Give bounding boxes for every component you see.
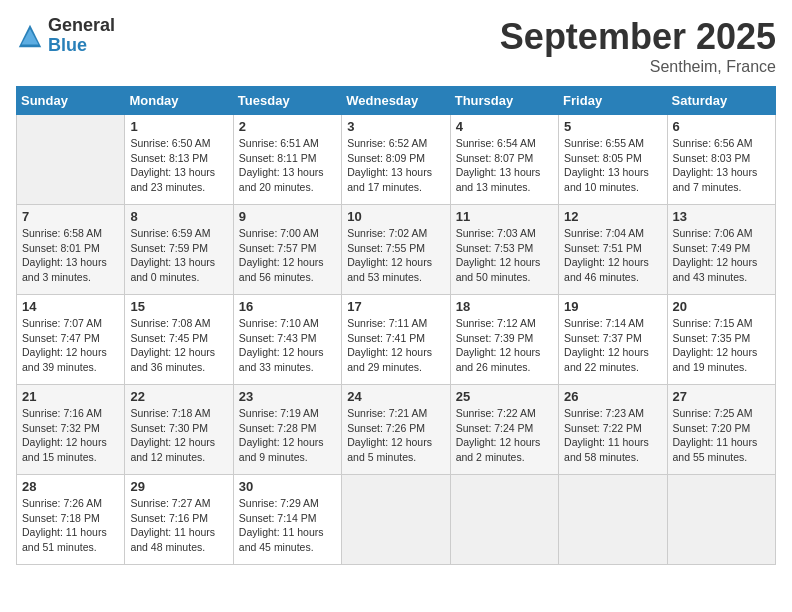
day-number: 19 — [564, 299, 661, 314]
day-info: Sunrise: 7:08 AM Sunset: 7:45 PM Dayligh… — [130, 316, 227, 375]
calendar-cell — [667, 475, 775, 565]
calendar-table: SundayMondayTuesdayWednesdayThursdayFrid… — [16, 86, 776, 565]
day-number: 25 — [456, 389, 553, 404]
calendar-cell: 30Sunrise: 7:29 AM Sunset: 7:14 PM Dayli… — [233, 475, 341, 565]
day-info: Sunrise: 7:03 AM Sunset: 7:53 PM Dayligh… — [456, 226, 553, 285]
week-row-5: 28Sunrise: 7:26 AM Sunset: 7:18 PM Dayli… — [17, 475, 776, 565]
calendar-cell: 20Sunrise: 7:15 AM Sunset: 7:35 PM Dayli… — [667, 295, 775, 385]
day-info: Sunrise: 7:18 AM Sunset: 7:30 PM Dayligh… — [130, 406, 227, 465]
day-number: 9 — [239, 209, 336, 224]
calendar-cell: 2Sunrise: 6:51 AM Sunset: 8:11 PM Daylig… — [233, 115, 341, 205]
day-info: Sunrise: 6:55 AM Sunset: 8:05 PM Dayligh… — [564, 136, 661, 195]
day-number: 18 — [456, 299, 553, 314]
day-info: Sunrise: 6:50 AM Sunset: 8:13 PM Dayligh… — [130, 136, 227, 195]
calendar-cell: 7Sunrise: 6:58 AM Sunset: 8:01 PM Daylig… — [17, 205, 125, 295]
calendar-cell: 24Sunrise: 7:21 AM Sunset: 7:26 PM Dayli… — [342, 385, 450, 475]
header-cell-tuesday: Tuesday — [233, 87, 341, 115]
calendar-cell: 8Sunrise: 6:59 AM Sunset: 7:59 PM Daylig… — [125, 205, 233, 295]
day-number: 8 — [130, 209, 227, 224]
calendar-cell: 26Sunrise: 7:23 AM Sunset: 7:22 PM Dayli… — [559, 385, 667, 475]
calendar-cell: 17Sunrise: 7:11 AM Sunset: 7:41 PM Dayli… — [342, 295, 450, 385]
calendar-cell: 21Sunrise: 7:16 AM Sunset: 7:32 PM Dayli… — [17, 385, 125, 475]
calendar-cell — [450, 475, 558, 565]
day-info: Sunrise: 7:21 AM Sunset: 7:26 PM Dayligh… — [347, 406, 444, 465]
calendar-cell: 11Sunrise: 7:03 AM Sunset: 7:53 PM Dayli… — [450, 205, 558, 295]
calendar-cell: 6Sunrise: 6:56 AM Sunset: 8:03 PM Daylig… — [667, 115, 775, 205]
day-info: Sunrise: 7:19 AM Sunset: 7:28 PM Dayligh… — [239, 406, 336, 465]
week-row-2: 7Sunrise: 6:58 AM Sunset: 8:01 PM Daylig… — [17, 205, 776, 295]
day-number: 30 — [239, 479, 336, 494]
day-number: 23 — [239, 389, 336, 404]
header-cell-monday: Monday — [125, 87, 233, 115]
calendar-cell: 29Sunrise: 7:27 AM Sunset: 7:16 PM Dayli… — [125, 475, 233, 565]
header-cell-saturday: Saturday — [667, 87, 775, 115]
logo-general: General — [48, 16, 115, 36]
day-number: 27 — [673, 389, 770, 404]
week-row-3: 14Sunrise: 7:07 AM Sunset: 7:47 PM Dayli… — [17, 295, 776, 385]
calendar-header: SundayMondayTuesdayWednesdayThursdayFrid… — [17, 87, 776, 115]
logo-icon — [16, 22, 44, 50]
calendar-cell: 3Sunrise: 6:52 AM Sunset: 8:09 PM Daylig… — [342, 115, 450, 205]
day-number: 5 — [564, 119, 661, 134]
day-info: Sunrise: 7:12 AM Sunset: 7:39 PM Dayligh… — [456, 316, 553, 375]
day-number: 13 — [673, 209, 770, 224]
day-number: 2 — [239, 119, 336, 134]
calendar-cell: 14Sunrise: 7:07 AM Sunset: 7:47 PM Dayli… — [17, 295, 125, 385]
day-number: 14 — [22, 299, 119, 314]
day-number: 21 — [22, 389, 119, 404]
day-info: Sunrise: 7:26 AM Sunset: 7:18 PM Dayligh… — [22, 496, 119, 555]
day-number: 4 — [456, 119, 553, 134]
day-info: Sunrise: 6:56 AM Sunset: 8:03 PM Dayligh… — [673, 136, 770, 195]
day-info: Sunrise: 7:04 AM Sunset: 7:51 PM Dayligh… — [564, 226, 661, 285]
day-number: 3 — [347, 119, 444, 134]
day-info: Sunrise: 7:25 AM Sunset: 7:20 PM Dayligh… — [673, 406, 770, 465]
day-info: Sunrise: 7:15 AM Sunset: 7:35 PM Dayligh… — [673, 316, 770, 375]
calendar-cell: 4Sunrise: 6:54 AM Sunset: 8:07 PM Daylig… — [450, 115, 558, 205]
day-number: 26 — [564, 389, 661, 404]
day-number: 28 — [22, 479, 119, 494]
day-number: 22 — [130, 389, 227, 404]
calendar-cell — [17, 115, 125, 205]
day-info: Sunrise: 7:14 AM Sunset: 7:37 PM Dayligh… — [564, 316, 661, 375]
day-info: Sunrise: 7:11 AM Sunset: 7:41 PM Dayligh… — [347, 316, 444, 375]
day-number: 20 — [673, 299, 770, 314]
day-info: Sunrise: 6:54 AM Sunset: 8:07 PM Dayligh… — [456, 136, 553, 195]
calendar-cell: 9Sunrise: 7:00 AM Sunset: 7:57 PM Daylig… — [233, 205, 341, 295]
header-cell-thursday: Thursday — [450, 87, 558, 115]
day-number: 10 — [347, 209, 444, 224]
calendar-cell: 16Sunrise: 7:10 AM Sunset: 7:43 PM Dayli… — [233, 295, 341, 385]
day-number: 15 — [130, 299, 227, 314]
calendar-cell: 15Sunrise: 7:08 AM Sunset: 7:45 PM Dayli… — [125, 295, 233, 385]
day-number: 16 — [239, 299, 336, 314]
day-info: Sunrise: 7:23 AM Sunset: 7:22 PM Dayligh… — [564, 406, 661, 465]
calendar-cell: 19Sunrise: 7:14 AM Sunset: 7:37 PM Dayli… — [559, 295, 667, 385]
title-section: September 2025 Sentheim, France — [500, 16, 776, 76]
day-info: Sunrise: 7:22 AM Sunset: 7:24 PM Dayligh… — [456, 406, 553, 465]
day-info: Sunrise: 7:06 AM Sunset: 7:49 PM Dayligh… — [673, 226, 770, 285]
location-subtitle: Sentheim, France — [500, 58, 776, 76]
calendar-cell: 12Sunrise: 7:04 AM Sunset: 7:51 PM Dayli… — [559, 205, 667, 295]
day-info: Sunrise: 7:02 AM Sunset: 7:55 PM Dayligh… — [347, 226, 444, 285]
day-number: 11 — [456, 209, 553, 224]
day-info: Sunrise: 6:52 AM Sunset: 8:09 PM Dayligh… — [347, 136, 444, 195]
day-info: Sunrise: 7:27 AM Sunset: 7:16 PM Dayligh… — [130, 496, 227, 555]
header-cell-sunday: Sunday — [17, 87, 125, 115]
page-header: General Blue September 2025 Sentheim, Fr… — [16, 16, 776, 76]
day-info: Sunrise: 6:51 AM Sunset: 8:11 PM Dayligh… — [239, 136, 336, 195]
day-info: Sunrise: 7:16 AM Sunset: 7:32 PM Dayligh… — [22, 406, 119, 465]
header-cell-friday: Friday — [559, 87, 667, 115]
calendar-body: 1Sunrise: 6:50 AM Sunset: 8:13 PM Daylig… — [17, 115, 776, 565]
calendar-cell: 1Sunrise: 6:50 AM Sunset: 8:13 PM Daylig… — [125, 115, 233, 205]
header-cell-wednesday: Wednesday — [342, 87, 450, 115]
day-number: 17 — [347, 299, 444, 314]
day-number: 12 — [564, 209, 661, 224]
day-info: Sunrise: 6:59 AM Sunset: 7:59 PM Dayligh… — [130, 226, 227, 285]
logo-blue: Blue — [48, 36, 115, 56]
month-title: September 2025 — [500, 16, 776, 58]
week-row-4: 21Sunrise: 7:16 AM Sunset: 7:32 PM Dayli… — [17, 385, 776, 475]
logo-text: General Blue — [48, 16, 115, 56]
calendar-cell: 10Sunrise: 7:02 AM Sunset: 7:55 PM Dayli… — [342, 205, 450, 295]
calendar-cell: 28Sunrise: 7:26 AM Sunset: 7:18 PM Dayli… — [17, 475, 125, 565]
calendar-cell: 25Sunrise: 7:22 AM Sunset: 7:24 PM Dayli… — [450, 385, 558, 475]
day-number: 6 — [673, 119, 770, 134]
